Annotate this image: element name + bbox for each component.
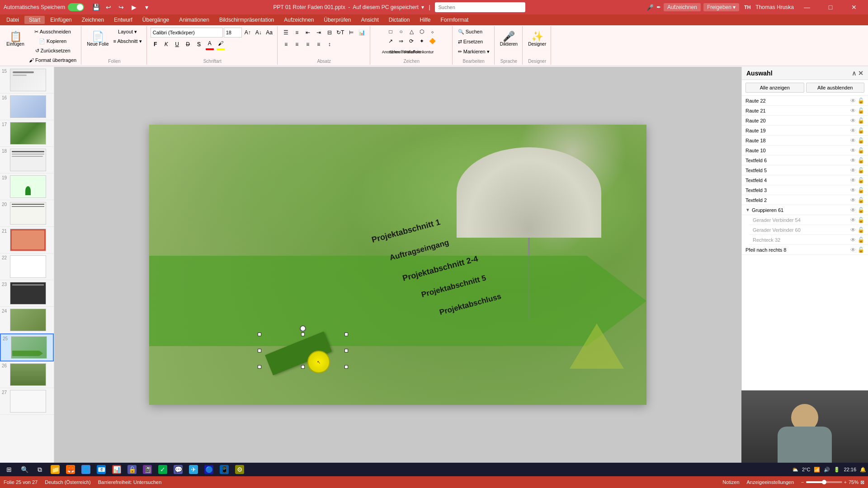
highlight-button[interactable]: 🖌: [216, 39, 226, 48]
menu-einfuegen[interactable]: Einfügen: [46, 16, 76, 24]
lock-icon[interactable]: 🔓: [858, 207, 864, 213]
save-button[interactable]: 💾: [90, 2, 101, 13]
panel-close-button[interactable]: ✕: [858, 70, 863, 77]
menu-start[interactable]: Start: [24, 16, 45, 24]
slide-thumb-22[interactable]: 22: [0, 253, 54, 280]
menu-formformat[interactable]: Formformat: [436, 16, 473, 24]
taskbar-chrome[interactable]: 🌐: [79, 463, 93, 476]
align-center-button[interactable]: ≡: [292, 40, 302, 49]
layer-gruppieren61[interactable]: ▼ Gruppieren 61 👁 🔓: [742, 205, 868, 215]
visibility-icon[interactable]: 👁: [850, 247, 856, 253]
layer-pfeil8[interactable]: Pfeil nach rechts 8 👁 🔓: [742, 245, 868, 255]
strikethrough-button[interactable]: D: [183, 40, 193, 49]
handle-ml[interactable]: [258, 349, 261, 352]
handle-tm[interactable]: [301, 333, 305, 336]
maximize-button[interactable]: □: [820, 0, 841, 14]
visibility-icon[interactable]: 👁: [850, 108, 856, 114]
network-icon[interactable]: 📶: [814, 467, 820, 473]
zoom-out-button[interactable]: −: [801, 479, 804, 485]
shape-3[interactable]: △: [406, 27, 416, 36]
layer-textfeld2[interactable]: Textfeld 2 👁 🔓: [742, 195, 868, 205]
visibility-icon[interactable]: 👁: [850, 187, 856, 193]
smartart-button[interactable]: 📊: [357, 28, 367, 37]
menu-uebergaenge[interactable]: Übergänge: [138, 16, 174, 24]
shape-10[interactable]: 🔶: [427, 37, 437, 46]
taskbar-teams[interactable]: 💬: [171, 463, 185, 476]
slide-thumb-18[interactable]: 18: [0, 147, 54, 174]
increase-indent-button[interactable]: ⇥: [314, 28, 324, 37]
accessibility-status[interactable]: Barrierefreiheit: Untersuchen: [98, 479, 162, 485]
layer-rechteck32[interactable]: Rechteck 32 👁 🔓: [749, 235, 868, 245]
menu-animationen[interactable]: Animationen: [175, 16, 214, 24]
menu-ueberpruefen[interactable]: Überprüfen: [319, 16, 355, 24]
menu-hilfe[interactable]: Hilfe: [415, 16, 435, 24]
ink-button[interactable]: ✒: [656, 4, 661, 10]
yellow-circle-indicator[interactable]: ↖: [307, 351, 330, 373]
layer-verbinder60[interactable]: Gerader Verbinder 60 👁 🔓: [749, 225, 868, 235]
slide-thumb-25[interactable]: 25: [0, 333, 54, 361]
layout-button[interactable]: Layout ▾: [112, 27, 144, 36]
shape-6[interactable]: ↗: [386, 37, 396, 46]
taskbar-app5[interactable]: 🔵: [202, 463, 216, 476]
menu-entwurf[interactable]: Entwurf: [109, 16, 137, 24]
slide-thumb-15[interactable]: 15: [0, 67, 54, 94]
align-left-button[interactable]: ≡: [281, 40, 291, 49]
redo-button[interactable]: ↪: [116, 2, 127, 13]
bullet-list-button[interactable]: ☰: [281, 28, 291, 37]
slide-thumb-21[interactable]: 21: [0, 227, 54, 253]
handle-br[interactable]: [344, 365, 348, 369]
font-color-button[interactable]: A: [205, 39, 215, 48]
zoom-slider[interactable]: [806, 481, 842, 483]
customize-quick-access[interactable]: ▾: [141, 2, 152, 13]
record-button[interactable]: Aufzeichnen: [664, 3, 701, 11]
autosave-toggle[interactable]: [68, 3, 84, 11]
font-name-input[interactable]: [151, 28, 223, 38]
layer-verbinder54[interactable]: Gerader Verbinder 54 👁 🔓: [749, 215, 868, 225]
notification-icon[interactable]: 🔔: [860, 467, 866, 473]
share-button[interactable]: Freigeben ▾: [703, 3, 739, 11]
layer-raute21[interactable]: Raute 21 👁 🔓: [742, 106, 868, 116]
show-all-button[interactable]: Alle anzeigen: [745, 83, 804, 93]
minimize-button[interactable]: —: [797, 0, 817, 14]
shape-2[interactable]: ○: [396, 27, 406, 36]
slide-thumb-26[interactable]: 26: [0, 361, 54, 388]
slide-thumb-20[interactable]: 20: [0, 200, 54, 227]
line-spacing-button[interactable]: ↕: [325, 40, 335, 49]
layer-textfeld3[interactable]: Textfeld 3 👁 🔓: [742, 185, 868, 195]
taskbar-search[interactable]: 🔍: [17, 463, 32, 476]
search-input[interactable]: [435, 2, 525, 12]
suchen-button[interactable]: 🔍 Suchen: [456, 27, 484, 36]
align-right-button[interactable]: ≡: [303, 40, 313, 49]
bold-button[interactable]: F: [151, 40, 160, 49]
formkontur-button[interactable]: Formkontur: [418, 47, 428, 56]
layer-raute20[interactable]: Raute 20 👁 🔓: [742, 116, 868, 126]
lock-icon[interactable]: 🔓: [858, 127, 864, 134]
abschnitt-button[interactable]: ≡ Abschnitt ▾: [112, 37, 144, 46]
visibility-icon[interactable]: 👁: [850, 98, 856, 104]
taskbar-app7[interactable]: ⚙: [232, 463, 247, 476]
menu-bildschirmpraesentation[interactable]: Bildschirmpräsentation: [215, 16, 278, 24]
shape-1[interactable]: □: [386, 27, 396, 36]
lock-icon[interactable]: 🔓: [858, 147, 864, 154]
slide-canvas[interactable]: Projektabschnitt 1 Auftragseingang Proje…: [149, 125, 646, 405]
slide-thumb-23[interactable]: 23: [0, 280, 54, 307]
dictation-menu-item[interactable]: 🎤: [646, 4, 654, 11]
lock-icon[interactable]: 🔓: [858, 217, 864, 223]
designer-button[interactable]: ✨ Designer: [526, 27, 548, 51]
justify-button[interactable]: ≡: [314, 40, 324, 49]
close-button[interactable]: ✕: [844, 0, 864, 14]
italic-button[interactable]: K: [161, 40, 171, 49]
menu-aufzeichnen[interactable]: Aufzeichnen: [279, 16, 318, 24]
lock-icon[interactable]: 🔓: [858, 157, 864, 164]
layer-textfeld5[interactable]: Textfeld 5 👁 🔓: [742, 165, 868, 175]
lock-icon[interactable]: 🔓: [858, 137, 864, 144]
lock-icon[interactable]: 🔓: [858, 177, 864, 183]
handle-bl[interactable]: [258, 365, 261, 369]
slide-thumb-27[interactable]: 27: [0, 388, 54, 415]
lock-icon[interactable]: 🔓: [858, 98, 864, 104]
lock-icon[interactable]: 🔓: [858, 108, 864, 114]
group-toggle[interactable]: ▼: [745, 207, 750, 212]
visibility-icon[interactable]: 👁: [850, 217, 856, 223]
shape-5[interactable]: ⬦: [427, 27, 437, 36]
markieren-button[interactable]: ✏ Markieren ▾: [456, 47, 491, 56]
